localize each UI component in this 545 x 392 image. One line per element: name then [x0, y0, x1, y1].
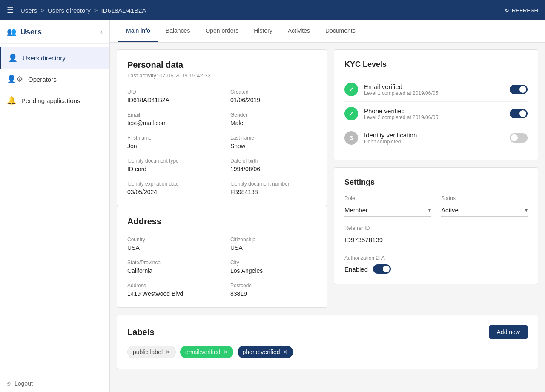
settings-referrer-row: Referrer ID	[344, 225, 528, 246]
kyc-item-identity-verification: 3 Identity verification Don't completed	[344, 126, 528, 150]
refresh-label: REFRESH	[512, 7, 538, 14]
field-last-name: Last name Snow	[230, 135, 316, 149]
field-first-name: First name Jon	[127, 135, 213, 149]
field-uid: UID ID618AD41B2A	[127, 89, 213, 103]
sidebar-item-pending-applications-label: Pending applications	[21, 97, 80, 104]
menu-icon[interactable]: ☰	[7, 6, 14, 15]
settings-role-status-row: Role Member ▾ Status Active ▾	[344, 195, 528, 217]
personal-data-fields: UID ID618AD41B2A Created 01/06/2019 Emai…	[127, 89, 316, 195]
personal-data-title: Personal data	[127, 60, 316, 70]
logout-label: Logout	[14, 380, 33, 387]
field-citizenship: Citizenship USA	[230, 237, 316, 251]
tab-history[interactable]: History	[246, 20, 280, 42]
sidebar: 👥 Users ‹ 👤 Users directory 👤⚙ Operators…	[0, 20, 110, 392]
label-public[interactable]: public label ✕	[127, 346, 176, 358]
refresh-icon: ↻	[505, 7, 509, 14]
settings-role-field: Role Member ▾	[344, 195, 431, 217]
role-chevron-icon: ▾	[428, 207, 431, 213]
kyc-email-info: Email verified Level 1 completed at 2019…	[364, 83, 504, 96]
field-state: State/Province California	[127, 260, 213, 274]
logout-button[interactable]: ⎋ Logout	[7, 380, 103, 387]
field-country: Country USA	[127, 237, 213, 251]
sidebar-title: 👥 Users	[7, 27, 42, 37]
page-content: Personal data Last activity: 07-06-2019 …	[110, 43, 545, 315]
address-card: Address Country USA Citizenship USA Stat…	[117, 206, 327, 308]
tab-balances[interactable]: Balances	[158, 20, 198, 42]
tab-documents[interactable]: Documents	[318, 20, 363, 42]
kyc-identity-toggle[interactable]	[510, 133, 528, 143]
tabs-bar: Main info Balances Open orders History A…	[110, 20, 545, 43]
address-fields: Country USA Citizenship USA State/Provin…	[127, 237, 316, 297]
settings-auth-2fa-section: Authorization 2FA Enabled	[344, 255, 528, 274]
kyc-item-email-verified: ✓ Email verified Level 1 completed at 20…	[344, 77, 528, 102]
sidebar-footer: ⎋ Logout	[0, 375, 109, 392]
kyc-identity-info: Identity verification Don't completed	[364, 132, 504, 145]
labels-section: Labels Add new public label ✕ email:veri…	[117, 315, 538, 369]
field-gender: Gender Male	[230, 112, 316, 126]
breadcrumb-sep2: >	[94, 7, 98, 14]
add-new-label-button[interactable]: Add new	[489, 325, 528, 339]
label-email-verified[interactable]: email:verified ✕	[180, 346, 233, 358]
topbar: ☰ Users > Users directory > ID618AD41B2A…	[0, 0, 545, 20]
sidebar-item-users-directory-label: Users directory	[23, 54, 66, 62]
field-postcode: Postcode 83819	[230, 283, 316, 297]
kyc-item-phone-verified: ✓ Phone verified Level 2 completed at 20…	[344, 102, 528, 126]
sidebar-item-operators[interactable]: 👤⚙ Operators	[0, 69, 109, 90]
field-email: Email test@mail.com	[127, 112, 213, 126]
kyc-email-toggle[interactable]	[510, 85, 528, 94]
personal-data-card: Personal data Last activity: 07-06-2019 …	[117, 49, 327, 206]
field-id-doc-number: Identity document number FB984138	[230, 181, 316, 195]
kyc-phone-toggle[interactable]	[510, 109, 528, 118]
sidebar-item-pending-applications[interactable]: 🔔 Pending applications	[0, 90, 109, 111]
settings-title: Settings	[344, 178, 528, 187]
label-phone-verified[interactable]: phone:verified ✕	[238, 346, 293, 358]
kyc-card: KYC Levels ✓ Email verified Level 1 comp…	[334, 49, 538, 160]
address-title: Address	[127, 217, 316, 226]
breadcrumb-sep1: >	[40, 7, 44, 14]
sidebar-collapse-button[interactable]: ‹	[100, 28, 103, 36]
breadcrumb-user-id: ID618AD41B2A	[101, 7, 146, 14]
refresh-button[interactable]: ↻ REFRESH	[505, 7, 538, 14]
right-column: KYC Levels ✓ Email verified Level 1 comp…	[334, 49, 538, 284]
auth-2fa-label: Authorization 2FA	[344, 255, 528, 261]
last-activity: Last activity: 07-06-2019 15:42:32	[127, 72, 316, 79]
kyc-identity-badge: 3	[344, 131, 358, 145]
labels-header: Labels Add new	[127, 325, 528, 339]
labels-title: Labels	[127, 327, 154, 337]
auth-2fa-row: Enabled	[344, 264, 528, 274]
breadcrumb-users-directory[interactable]: Users directory	[48, 7, 91, 14]
tab-main-info[interactable]: Main info	[118, 20, 158, 42]
settings-referrer-label: Referrer ID	[344, 225, 528, 231]
field-dob: Date of birth 1994/08/06	[230, 158, 316, 172]
kyc-phone-badge: ✓	[344, 107, 358, 120]
sidebar-item-users-directory[interactable]: 👤 Users directory	[0, 47, 109, 69]
label-public-remove-icon[interactable]: ✕	[165, 349, 170, 355]
field-created: Created 01/06/2019	[230, 89, 316, 103]
kyc-phone-info: Phone verified Level 2 completed at 2019…	[364, 107, 504, 120]
field-id-exp-date: Identity expiration date 03/05/2024	[127, 181, 213, 195]
field-id-doc-type: Identity document type ID card	[127, 158, 213, 172]
settings-role-label: Role	[344, 195, 431, 201]
sidebar-header: 👥 Users ‹	[0, 20, 109, 44]
content-area: Main info Balances Open orders History A…	[110, 20, 545, 392]
operators-icon: 👤⚙	[7, 74, 23, 84]
sidebar-title-label: Users	[20, 28, 42, 37]
breadcrumb: Users > Users directory > ID618AD41B2A	[20, 7, 505, 14]
logout-icon: ⎋	[7, 380, 10, 387]
settings-status-field: Status Active ▾	[441, 195, 528, 217]
label-phone-verified-remove-icon[interactable]: ✕	[283, 349, 288, 355]
field-address: Address 1419 Westwood Blvd	[127, 283, 213, 297]
settings-referrer-input[interactable]	[344, 234, 528, 246]
sidebar-item-operators-label: Operators	[28, 76, 57, 83]
breadcrumb-users[interactable]: Users	[20, 7, 37, 14]
pending-applications-icon: 🔔	[7, 96, 16, 105]
label-email-verified-remove-icon[interactable]: ✕	[223, 349, 228, 355]
tab-activites[interactable]: Activites	[280, 20, 318, 42]
auth-2fa-value: Enabled	[344, 266, 368, 273]
sidebar-nav: 👤 Users directory 👤⚙ Operators 🔔 Pending…	[0, 44, 109, 375]
settings-role-select[interactable]: Member ▾	[344, 204, 431, 217]
field-city: City Los Angeles	[230, 260, 316, 274]
tab-open-orders[interactable]: Open orders	[198, 20, 246, 42]
settings-status-select[interactable]: Active ▾	[441, 204, 528, 217]
auth-2fa-toggle[interactable]	[373, 264, 391, 274]
